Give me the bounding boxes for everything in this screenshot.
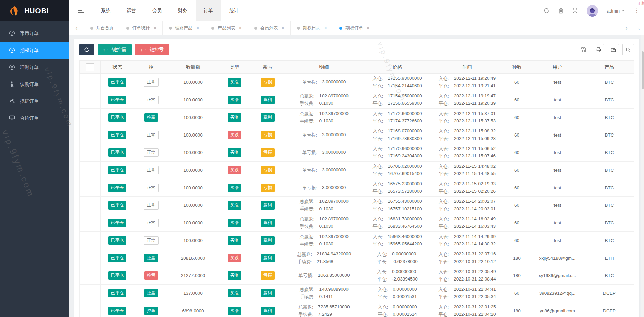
pair-label: 平仓: bbox=[438, 276, 449, 283]
pair-label: 平仓: bbox=[377, 259, 387, 265]
search-icon[interactable] bbox=[622, 44, 634, 55]
tab-close-icon[interactable]: × bbox=[239, 25, 241, 31]
topnav-item-运营[interactable]: 运营 bbox=[119, 0, 144, 21]
pair-label: 入仓: bbox=[439, 181, 449, 187]
sidebar-item-合约订单[interactable]: 合约订单 bbox=[0, 110, 69, 127]
pair-label: 平仓: bbox=[372, 241, 383, 247]
tab-close-icon[interactable]: × bbox=[196, 25, 199, 31]
more-options-icon[interactable]: ⋮ bbox=[634, 7, 639, 14]
pair-label: 手续费: bbox=[300, 206, 314, 212]
tab-后台首页[interactable]: 后台首页 bbox=[84, 21, 120, 35]
control-badge[interactable]: 控赢 bbox=[144, 254, 158, 262]
amount-cell: 100.0000 bbox=[168, 74, 218, 91]
sidebar-item-币币订单[interactable]: 币币订单 bbox=[0, 25, 69, 42]
sidebar-item-认购订单[interactable]: 认购订单 bbox=[0, 76, 69, 93]
tab-产品列表[interactable]: 产品列表× bbox=[205, 21, 248, 35]
export-icon[interactable] bbox=[608, 44, 619, 55]
control-badge[interactable]: 正常 bbox=[144, 184, 159, 192]
control-badge[interactable]: 控赢 bbox=[144, 113, 158, 122]
control-badge[interactable]: 正常 bbox=[144, 166, 159, 174]
user-cell: test bbox=[530, 144, 585, 162]
tab-期权日志[interactable]: 期权日志× bbox=[291, 21, 333, 35]
refresh-table-button[interactable] bbox=[79, 44, 94, 55]
status-badge: 已平仓 bbox=[108, 78, 127, 87]
tab-close-icon[interactable]: × bbox=[324, 25, 327, 31]
control-badge[interactable]: 正常 bbox=[144, 201, 159, 210]
price-pair: 入仓:16575.23000000平仓:16573.57180000 bbox=[372, 181, 422, 195]
force-win-button[interactable]: ↑一键控赢 bbox=[98, 44, 132, 55]
tab-close-icon[interactable]: × bbox=[154, 25, 156, 31]
type-cell: 买涨 bbox=[218, 179, 251, 197]
sidebar-item-期权订单[interactable]: 期权订单 bbox=[0, 42, 69, 59]
time-cell: 入仓:2022-10-31 22:05:49平仓:2022-10-31 22:0… bbox=[431, 267, 504, 285]
table-row: 已平仓正常100.0000买跌亏损单亏损:3.00000000入仓:16706.… bbox=[80, 162, 634, 179]
control-badge[interactable]: 正常 bbox=[144, 131, 159, 139]
tab-期权订单[interactable]: 期权订单× bbox=[333, 21, 376, 35]
table-row: 已平仓控亏21277.0000买涨亏损单亏损:1063.85000000入仓:0… bbox=[80, 267, 634, 285]
tab-close-icon[interactable]: × bbox=[367, 25, 369, 31]
tab-close-icon[interactable]: × bbox=[282, 25, 284, 31]
avatar[interactable] bbox=[587, 5, 598, 17]
refresh-icon[interactable] bbox=[544, 8, 549, 14]
pair-label: 单亏损: bbox=[302, 79, 317, 86]
type-badge: 买跌 bbox=[228, 166, 241, 174]
result-cell: 赢利 bbox=[251, 91, 284, 109]
user-cell: xkjly54188@gm... bbox=[530, 249, 585, 267]
select-all-checkbox[interactable] bbox=[86, 63, 94, 71]
control-badge[interactable]: 正常 bbox=[144, 96, 159, 104]
force-lose-button[interactable]: ↓一键控亏 bbox=[135, 44, 169, 55]
tabs-scroll-left-icon[interactable]: ‹ bbox=[69, 21, 84, 35]
control-badge[interactable]: 正常 bbox=[144, 148, 159, 157]
print-icon[interactable] bbox=[593, 44, 604, 55]
topnav-item-订单[interactable]: 订单 bbox=[196, 0, 221, 21]
status-badge: 已平仓 bbox=[108, 148, 127, 157]
type-badge: 买涨 bbox=[228, 184, 241, 192]
pair-value: 17156.66559300 bbox=[388, 101, 422, 107]
pair-label: 平仓: bbox=[372, 153, 383, 160]
detail-pair: 总赢返:21834.94320000手续费:21.8568 bbox=[297, 251, 351, 265]
type-cell: 买涨 bbox=[218, 232, 251, 249]
control-badge[interactable]: 控赢 bbox=[144, 289, 158, 297]
control-badge[interactable]: 正常 bbox=[144, 236, 159, 245]
control-cell: 正常 bbox=[134, 197, 168, 214]
pair-value: 0.00000000 bbox=[393, 287, 417, 293]
pair-label: 平仓: bbox=[372, 224, 383, 230]
brand-logo[interactable]: HUOBI bbox=[0, 0, 69, 21]
vertical-scrollbar[interactable] bbox=[641, 35, 644, 317]
fullscreen-icon[interactable] bbox=[572, 8, 578, 14]
tab-理财产品[interactable]: 理财产品× bbox=[163, 21, 205, 35]
tabs-scroll-right-icon[interactable]: › bbox=[619, 21, 634, 35]
product-cell: DCEP bbox=[585, 302, 634, 317]
collapse-menu-icon[interactable] bbox=[69, 8, 93, 14]
tab-会员列表[interactable]: 会员列表× bbox=[248, 21, 291, 35]
columns-filter-icon[interactable] bbox=[578, 44, 589, 55]
topnav-item-统计[interactable]: 统计 bbox=[221, 0, 247, 21]
price-cell: 入仓:0.00000000平仓:-0.62378000 bbox=[364, 249, 431, 267]
detail-pair: 单亏损:3.00000000 bbox=[302, 150, 346, 156]
topnav-item-系统[interactable]: 系统 bbox=[93, 0, 119, 21]
trash-icon[interactable] bbox=[558, 8, 564, 14]
topnav-item-财务[interactable]: 财务 bbox=[170, 0, 196, 21]
time-cell: 入仓:2022-12-11 15:08:32平仓:2022-12-11 15:0… bbox=[431, 126, 504, 144]
topnav-item-会员[interactable]: 会员 bbox=[144, 0, 170, 21]
sidebar-item-label: 合约订单 bbox=[20, 115, 39, 121]
control-badge[interactable]: 控亏 bbox=[144, 271, 158, 280]
user-cell: test bbox=[530, 91, 585, 109]
sidebar-item-理财订单[interactable]: 理财订单 bbox=[0, 59, 69, 76]
control-badge[interactable]: 正常 bbox=[144, 219, 159, 227]
tab-订单统计[interactable]: 订单统计× bbox=[120, 21, 163, 35]
amount-cell: 100.0000 bbox=[168, 232, 218, 249]
control-badge[interactable]: 控赢 bbox=[144, 307, 158, 315]
seconds-cell: 180 bbox=[504, 302, 530, 317]
pair-value: 3.00000000 bbox=[322, 167, 346, 173]
user-cell: test bbox=[530, 162, 585, 179]
result-badge: 赢利 bbox=[261, 289, 275, 297]
scrollbar-thumb[interactable] bbox=[642, 51, 644, 89]
sidebar-item-label: 理财订单 bbox=[20, 65, 39, 71]
sidebar-item-挖矿订单[interactable]: 挖矿订单 bbox=[0, 93, 69, 110]
control-badge[interactable]: 正常 bbox=[144, 78, 159, 87]
status-cell: 已平仓 bbox=[101, 267, 134, 285]
user-menu[interactable]: admin bbox=[607, 8, 625, 14]
product-cell: BTC bbox=[585, 197, 634, 214]
tabs-menu-icon[interactable]: ⌄ bbox=[634, 21, 644, 35]
